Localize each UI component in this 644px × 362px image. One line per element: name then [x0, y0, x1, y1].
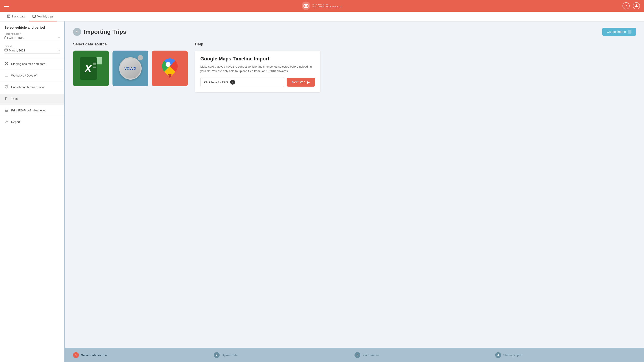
step-1-number: 1 [73, 352, 79, 358]
excel-body: X [80, 57, 97, 80]
main-layout: Select vehicle and period Plate number *… [0, 21, 644, 362]
sidebar-divider-2 [0, 70, 65, 70]
gmaps-pin-tail [168, 74, 172, 79]
sidebar-divider-4 [0, 93, 65, 93]
sidebar-item-print[interactable]: Print IRS-Proof mileage log [0, 106, 65, 115]
trend-icon [4, 120, 8, 124]
briefcase-icon [4, 36, 8, 40]
cancel-import-label: Cancel import [607, 30, 626, 33]
plate-number-dropdown[interactable]: AHJDH163 ▼ [4, 36, 60, 41]
nav-left [4, 5, 9, 7]
plate-number-field: Plate number * AHJDH163 ▼ [0, 32, 65, 45]
hamburger-menu[interactable] [4, 5, 9, 7]
tab-basic-data[interactable]: Basic data [4, 12, 29, 21]
volvo-icon-wrap: VOLVO → [112, 51, 148, 86]
plate-number-value: AHJDH163 [9, 36, 56, 40]
source-card-excel[interactable]: X [73, 51, 109, 86]
workdays-label: Workdays / Days-off [11, 74, 38, 77]
page-title: Importing Trips [84, 28, 126, 35]
workdays-calendar-icon [4, 73, 8, 78]
print-icon [4, 108, 8, 113]
sidebar-item-report[interactable]: Report [0, 117, 65, 127]
help-card-text: Make sure that you have the correct vehi… [200, 64, 315, 73]
volvo-visual: VOLVO → [119, 57, 142, 80]
help-card: Google Maps Timeline Import Make sure th… [195, 51, 320, 92]
faq-label: Click here for FAQ [204, 81, 228, 84]
excel-x-letter: X [84, 62, 92, 75]
help-column: Help Google Maps Timeline Import Make su… [195, 42, 636, 92]
faq-button[interactable]: Click here for FAQ ? [200, 77, 284, 87]
step-2-number: 2 [214, 352, 220, 358]
period-value: March, 2023 [9, 49, 56, 52]
excel-icon-wrap: X [73, 51, 109, 86]
sidebar-item-trips[interactable]: Trips [0, 94, 65, 104]
upload-icon [73, 28, 81, 36]
select-data-source-title: Select data source [73, 42, 188, 46]
sidebar-divider-6 [0, 116, 65, 116]
svg-point-3 [636, 4, 637, 6]
step-3-number: 3 [354, 352, 360, 358]
flag-icon [4, 97, 8, 101]
sidebar-item-starting-odo[interactable]: Starting odo mile and date [0, 59, 65, 69]
period-dropdown[interactable]: March, 2023 ▼ [4, 48, 60, 53]
tab-monthly-trips[interactable]: Monthly trips [29, 12, 57, 21]
page-header-left: Importing Trips [73, 28, 126, 36]
basic-data-icon [7, 14, 10, 18]
sidebar-item-end-of-month[interactable]: End-of-month mile of odo [0, 82, 65, 92]
help-faq-row: Click here for FAQ ? Next step ▶ [200, 77, 315, 87]
logo-text: MILEAGEWISE IRS-PROOF MILEAGE LOG [312, 3, 342, 8]
end-of-month-label: End-of-month mile of odo [11, 85, 44, 89]
next-step-button[interactable]: Next step ▶ [286, 78, 315, 87]
sidebar-section-title: Select vehicle and period [0, 25, 65, 32]
nav-right: ? [622, 2, 640, 9]
step-4-number: 4 [495, 352, 501, 358]
content-main: Importing Trips Cancel import Select dat… [65, 21, 644, 348]
odo-chart-icon [4, 85, 8, 89]
help-icon-button[interactable]: ? [622, 2, 630, 9]
tabs-bar: Basic data Monthly trips [0, 12, 644, 21]
cancel-import-button[interactable]: Cancel import [602, 28, 636, 36]
period-label: Period [4, 45, 60, 47]
nav-logo: MILEAGEWISE IRS-PROOF MILEAGE LOG [302, 1, 342, 10]
step-1: 1 Select data source [73, 352, 214, 358]
sidebar: Select vehicle and period Plate number *… [0, 21, 65, 362]
step-4-label: Starting import [503, 354, 522, 357]
two-column-layout: Select data source X [73, 42, 636, 92]
volvo-text: VOLVO [124, 67, 136, 70]
source-card-volvo[interactable]: VOLVO → [112, 51, 148, 86]
plate-number-label: Plate number * [4, 32, 60, 35]
clock-icon [4, 62, 8, 66]
help-section-title: Help [195, 42, 636, 46]
calendar-small-icon [4, 48, 8, 52]
svg-rect-12 [5, 49, 8, 51]
page-header: Importing Trips Cancel import [73, 28, 636, 36]
monthly-trips-icon [32, 14, 36, 18]
faq-question-icon: ? [230, 80, 235, 85]
sidebar-item-workdays[interactable]: Workdays / Days-off [0, 71, 65, 80]
user-profile-button[interactable] [633, 2, 640, 9]
sidebar-accent [64, 21, 65, 362]
step-2: 2 Upload data [214, 352, 354, 358]
trips-label: Trips [11, 97, 18, 100]
source-card-google-maps[interactable] [152, 51, 188, 86]
plate-number-chevron: ▼ [58, 37, 60, 39]
svg-rect-17 [5, 74, 8, 77]
gmaps-icon-wrap [152, 51, 188, 86]
step-3-label: Pair columns [362, 354, 379, 357]
help-card-title: Google Maps Timeline Import [200, 56, 315, 62]
excel-visual: X [80, 57, 102, 80]
content-area: Importing Trips Cancel import Select dat… [65, 21, 644, 362]
gmaps-visual [162, 58, 178, 79]
gmaps-pin-dot [166, 62, 170, 67]
bottom-stepper: 1 Select data source 2 Upload data 3 Pai… [65, 348, 644, 362]
step-1-label: Select data source [81, 354, 107, 357]
starting-odo-label: Starting odo mile and date [11, 62, 45, 66]
logo-icon [302, 1, 310, 10]
svg-point-1 [305, 5, 306, 6]
step-3: 3 Pair columns [354, 352, 495, 358]
volvo-arrow-icon: → [138, 55, 143, 60]
stop-icon [628, 30, 632, 33]
excel-line-decoration [93, 62, 96, 68]
step-2-label: Upload data [222, 354, 238, 357]
sidebar-divider-3 [0, 81, 65, 81]
